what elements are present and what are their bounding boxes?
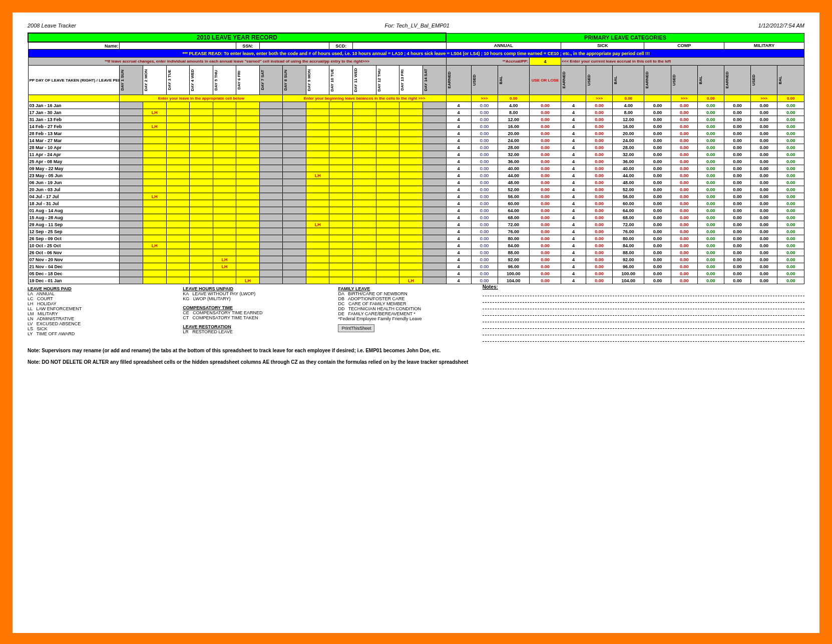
day-cell[interactable] — [143, 158, 166, 165]
day-cell[interactable] — [423, 263, 446, 270]
day-cell[interactable] — [166, 102, 190, 109]
day-cell[interactable] — [120, 123, 143, 130]
day-cell[interactable] — [190, 172, 213, 179]
day-cell[interactable] — [283, 193, 306, 200]
day-cell[interactable] — [213, 277, 236, 284]
day-cell[interactable] — [236, 151, 260, 158]
day-cell[interactable] — [236, 130, 260, 137]
day-cell[interactable] — [120, 165, 143, 172]
day-cell[interactable] — [190, 249, 213, 256]
day-cell[interactable] — [120, 207, 143, 214]
day-cell[interactable] — [399, 144, 423, 151]
day-cell[interactable] — [399, 137, 423, 144]
day-cell[interactable] — [353, 109, 376, 116]
day-cell[interactable] — [353, 179, 376, 186]
day-cell[interactable] — [213, 165, 236, 172]
day-cell[interactable]: LH — [143, 109, 166, 116]
day-cell[interactable] — [190, 256, 213, 263]
day-cell[interactable] — [353, 123, 376, 130]
day-cell[interactable] — [166, 221, 190, 228]
day-cell[interactable] — [236, 200, 260, 207]
day-cell[interactable] — [306, 158, 329, 165]
day-cell[interactable] — [423, 235, 446, 242]
day-cell[interactable] — [399, 193, 423, 200]
day-cell[interactable] — [236, 235, 260, 242]
day-cell[interactable] — [423, 228, 446, 235]
accrual-value[interactable]: 4 — [529, 58, 561, 66]
day-cell[interactable] — [283, 249, 306, 256]
day-cell[interactable] — [283, 130, 306, 137]
day-cell[interactable] — [399, 102, 423, 109]
day-cell[interactable] — [376, 137, 399, 144]
day-cell[interactable] — [399, 235, 423, 242]
day-cell[interactable] — [190, 221, 213, 228]
day-cell[interactable] — [143, 144, 166, 151]
day-cell[interactable] — [399, 186, 423, 193]
day-cell[interactable] — [306, 137, 329, 144]
day-cell[interactable] — [283, 214, 306, 221]
day-cell[interactable] — [376, 242, 399, 249]
day-cell[interactable] — [423, 200, 446, 207]
day-cell[interactable] — [143, 207, 166, 214]
day-cell[interactable] — [376, 123, 399, 130]
day-cell[interactable] — [213, 137, 236, 144]
day-cell[interactable] — [213, 179, 236, 186]
day-cell[interactable] — [166, 172, 190, 179]
day-cell[interactable] — [283, 116, 306, 123]
day-cell[interactable] — [259, 249, 283, 256]
day-cell[interactable] — [166, 109, 190, 116]
day-cell[interactable] — [376, 102, 399, 109]
day-cell[interactable] — [166, 193, 190, 200]
day-cell[interactable] — [306, 186, 329, 193]
day-cell[interactable] — [166, 263, 190, 270]
day-cell[interactable] — [329, 200, 353, 207]
day-cell[interactable] — [259, 193, 283, 200]
day-cell[interactable] — [399, 200, 423, 207]
day-cell[interactable] — [399, 172, 423, 179]
day-cell[interactable] — [306, 165, 329, 172]
day-cell[interactable] — [423, 193, 446, 200]
day-cell[interactable] — [213, 172, 236, 179]
day-cell[interactable]: LH — [143, 123, 166, 130]
day-cell[interactable] — [236, 109, 260, 116]
day-cell[interactable] — [166, 186, 190, 193]
day-cell[interactable] — [259, 214, 283, 221]
day-cell[interactable] — [329, 193, 353, 200]
day-cell[interactable] — [190, 151, 213, 158]
day-cell[interactable] — [166, 270, 190, 277]
day-cell[interactable] — [120, 186, 143, 193]
day-cell[interactable] — [423, 123, 446, 130]
day-cell[interactable]: LH — [306, 172, 329, 179]
day-cell[interactable] — [283, 221, 306, 228]
day-cell[interactable] — [329, 137, 353, 144]
day-cell[interactable] — [423, 221, 446, 228]
day-cell[interactable] — [423, 214, 446, 221]
day-cell[interactable] — [399, 242, 423, 249]
day-cell[interactable] — [213, 228, 236, 235]
day-cell[interactable] — [190, 277, 213, 284]
day-cell[interactable] — [399, 151, 423, 158]
day-cell[interactable] — [190, 193, 213, 200]
day-cell[interactable] — [283, 242, 306, 249]
day-cell[interactable] — [353, 158, 376, 165]
day-cell[interactable] — [259, 102, 283, 109]
day-cell[interactable] — [283, 277, 306, 284]
day-cell[interactable] — [329, 249, 353, 256]
day-cell[interactable] — [329, 186, 353, 193]
day-cell[interactable] — [353, 270, 376, 277]
day-cell[interactable] — [423, 270, 446, 277]
day-cell[interactable] — [143, 228, 166, 235]
day-cell[interactable] — [399, 214, 423, 221]
day-cell[interactable] — [353, 172, 376, 179]
day-cell[interactable] — [423, 144, 446, 151]
day-cell[interactable] — [236, 207, 260, 214]
day-cell[interactable] — [353, 221, 376, 228]
day-cell[interactable] — [329, 116, 353, 123]
day-cell[interactable] — [423, 179, 446, 186]
ssn-input[interactable] — [259, 42, 329, 50]
day-cell[interactable] — [166, 116, 190, 123]
day-cell[interactable] — [166, 151, 190, 158]
day-cell[interactable] — [399, 109, 423, 116]
day-cell[interactable] — [213, 200, 236, 207]
day-cell[interactable] — [259, 235, 283, 242]
